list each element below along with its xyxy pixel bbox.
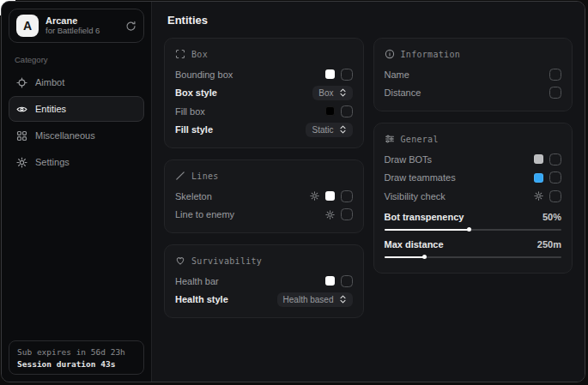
card-title: Lines [191,171,219,181]
setting-label: Distance [385,87,421,98]
lines-card: Lines Skeleton [164,159,364,233]
setting-row-health-bar: Health bar [175,272,353,291]
profile-card: A Arcane for Battlefield 6 [9,9,144,43]
setting-label: Visibility check [385,191,446,202]
health-style-select[interactable]: Health based [277,292,353,307]
setting-label: Health style [175,294,228,304]
setting-label: Max distance [385,239,444,250]
setting-label: Draw teammates [385,172,456,183]
refresh-icon[interactable] [125,21,136,32]
slider-thumb[interactable] [422,255,427,259]
cheat-menu-window: A Arcane for Battlefield 6 Category Aimb… [1,1,585,382]
box-card: Box Bounding box Box style Box [164,38,364,148]
select-value: Box [318,88,333,98]
session-duration-text: Session duration 43s [17,359,136,369]
sidebar-nav: Aimbot Entities Miscellaneous [9,69,144,175]
gear-icon [16,157,27,168]
gear-icon[interactable] [325,210,335,220]
sliders-icon [385,134,395,144]
card-title: Survivability [191,256,262,266]
checkbox[interactable] [341,190,353,202]
checkbox[interactable] [549,190,561,202]
select-value: Static [312,125,333,135]
setting-label: Fill style [175,124,213,135]
setting-row-visibility-check: Visibility check [385,187,562,206]
slider-value: 250m [537,239,561,250]
sidebar-item-aimbot[interactable]: Aimbot [9,69,144,95]
setting-label: Fill box [175,106,205,117]
setting-row-draw-bots: Draw BOTs [385,150,562,169]
setting-row-name: Name [385,65,562,84]
color-swatch[interactable] [325,106,335,116]
crosshair-icon [16,77,27,88]
checkbox[interactable] [549,69,561,81]
line-icon [175,171,185,181]
sidebar-item-label: Settings [35,157,70,167]
session-info-card: Sub expires in 56d 23h Session duration … [9,340,144,375]
color-swatch[interactable] [325,276,335,286]
setting-row-draw-teammates: Draw teammates [385,169,562,188]
slider-track[interactable] [385,229,562,231]
select-value: Health based [283,295,334,304]
app-subtitle: for Battlefield 6 [45,27,100,36]
gear-icon[interactable] [534,191,543,201]
card-title: Information [401,50,461,59]
card-title: Box [191,50,208,59]
setting-row-box-style: Box style Box [175,84,353,103]
checkbox[interactable] [549,171,561,183]
fill-style-select[interactable]: Static [306,123,352,137]
sidebar-item-settings[interactable]: Settings [9,149,144,175]
setting-label: Box style [175,87,217,98]
color-swatch[interactable] [325,191,335,201]
setting-row-line-to-enemy: Line to enemy [175,206,353,225]
setting-row-bounding-box: Bounding box [175,65,353,84]
setting-label: Draw BOTs [385,154,433,165]
setting-label: Bounding box [175,69,233,80]
setting-label: Name [385,69,409,80]
setting-row-fill-box: Fill box [175,102,353,121]
slider-thumb[interactable] [467,227,471,232]
color-swatch[interactable] [534,154,543,164]
slider-max-distance: Max distance 250m [385,237,562,258]
main-content: Entities Box Bounding box [152,2,585,382]
checkbox[interactable] [341,275,353,287]
checkbox[interactable] [341,69,353,81]
checkbox[interactable] [549,153,561,165]
gear-icon[interactable] [310,191,319,201]
chevron-updown-icon [339,125,347,134]
avatar: A [16,15,39,37]
app-title: Arcane [45,15,100,27]
survivability-card: Survivability Health bar Health style [164,244,364,318]
card-title: General [401,135,439,144]
sidebar-item-label: Miscellaneous [35,130,95,141]
setting-row-health-style: Health style Health based [175,291,353,310]
checkbox[interactable] [341,208,353,220]
color-swatch[interactable] [325,69,335,79]
sidebar-item-entities[interactable]: Entities [9,96,144,122]
sub-expiry-text: Sub expires in 56d 23h [17,347,136,357]
setting-row-skeleton: Skeleton [175,187,353,206]
chevron-updown-icon [339,295,347,304]
checkbox[interactable] [341,105,353,117]
slider-track[interactable] [385,256,562,258]
sidebar: A Arcane for Battlefield 6 Category Aimb… [2,2,152,382]
chevron-updown-icon [339,88,347,97]
sidebar-item-miscellaneous[interactable]: Miscellaneous [9,123,144,148]
box-style-select[interactable]: Box [312,86,352,100]
slider-bot-transparency: Bot transpenency 50% [385,209,562,231]
slider-value: 50% [543,212,561,222]
sidebar-item-label: Aimbot [35,77,64,87]
setting-label: Line to enemy [175,209,234,220]
information-card: Information Name Distance [373,38,573,111]
bounding-box-icon [175,49,185,59]
checkbox[interactable] [549,87,561,99]
info-icon [385,49,395,59]
page-title: Entities [167,14,573,27]
color-swatch[interactable] [534,173,543,183]
setting-label: Bot transpenency [385,212,464,222]
general-card: General Draw BOTs Draw teammates [373,123,573,274]
category-label: Category [15,55,144,64]
sidebar-item-label: Entities [35,104,66,114]
setting-label: Health bar [175,276,219,286]
eye-icon [16,104,27,115]
